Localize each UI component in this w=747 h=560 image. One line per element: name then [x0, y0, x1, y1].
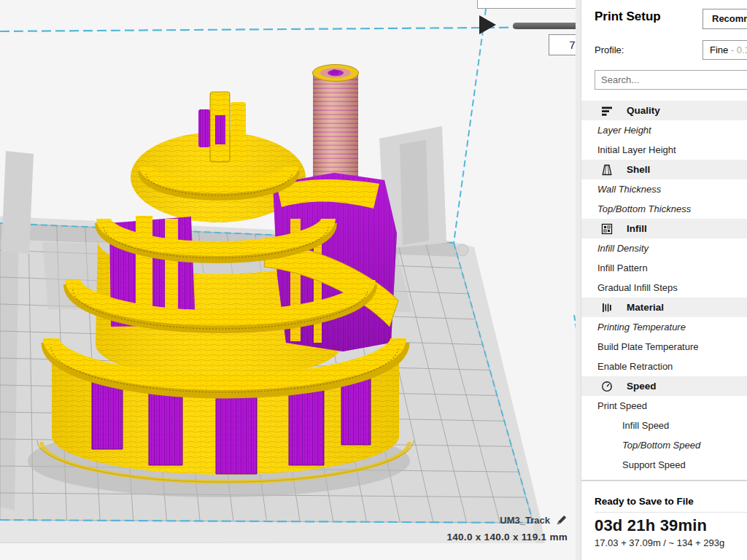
speed-icon [601, 381, 613, 392]
setting-build-plate-temperature[interactable]: Build Plate Temperature [581, 337, 747, 357]
search-input[interactable] [595, 70, 747, 90]
settings-category-material[interactable]: Material [581, 298, 747, 317]
category-label: Shell [627, 164, 650, 175]
plate-clip [457, 244, 468, 256]
setting-print-speed[interactable]: Print Speed [581, 396, 747, 416]
status-text: Ready to Save to File [595, 496, 694, 507]
shell-icon [601, 164, 613, 176]
setting-top-bottom-speed[interactable]: Top/Bottom Speed [581, 435, 747, 455]
setting-gradual-infill-steps[interactable]: Gradual Infill Steps [581, 278, 747, 298]
model-dimensions: 140.0 x 140.0 x 119.1 mm [446, 532, 568, 542]
setting-initial-layer-height[interactable]: Initial Layer Height [581, 140, 747, 160]
setting-printing-temperature[interactable]: Printing Temperature [581, 317, 747, 337]
setting-support-speed[interactable]: Support Speed [581, 455, 747, 475]
layer-view-panel-edge [477, 0, 576, 9]
scene [0, 0, 576, 560]
job-name[interactable]: UM3_Track [500, 515, 550, 526]
support-top [215, 115, 225, 144]
footer-divider [595, 512, 747, 513]
print-setup-panel: Print Setup Recomm Profile: Fine - 0.1 Q… [581, 0, 747, 560]
cura-app: 79 UM3_Track 140.0 x 140.0 x 119.1 mm Pr… [0, 0, 747, 560]
material-usage: 17.03 + 37.09m / ~ 134 + 293g [595, 537, 724, 548]
setting-top-bottom-thickness[interactable]: Top/Bottom Thickness [581, 199, 747, 219]
panel-divider [576, 0, 581, 560]
setting-wall-thickness[interactable]: Wall Thickness [581, 179, 747, 199]
profile-value: Fine [710, 44, 728, 55]
setting-label: Print Speed [597, 400, 647, 411]
setting-label: Layer Height [597, 125, 651, 136]
setting-enable-retraction[interactable]: Enable Retraction [581, 357, 747, 376]
profile-dropdown[interactable]: Fine - 0.1 [703, 40, 747, 60]
setting-label: Infill Speed [622, 420, 669, 431]
setting-label: Top/Bottom Thickness [597, 203, 691, 214]
quality-icon [601, 105, 613, 117]
print-time: 03d 21h 39min [595, 516, 707, 535]
settings-category-infill[interactable]: Infill [581, 219, 747, 238]
setting-label: Gradual Infill Steps [597, 282, 678, 293]
setting-infill-speed[interactable]: Infill Speed [581, 416, 747, 435]
recommended-mode-button[interactable]: Recomm [703, 9, 747, 29]
layer-number-field[interactable]: 79 [549, 34, 576, 55]
setting-layer-height[interactable]: Layer Height [581, 120, 747, 140]
profile-label: Profile: [595, 44, 624, 55]
category-label: Quality [627, 105, 660, 116]
category-label: Speed [627, 381, 657, 392]
pencil-icon[interactable] [555, 514, 568, 526]
footer-separator [581, 480, 747, 481]
setting-label: Support Speed [622, 459, 686, 470]
settings-category-shell[interactable]: Shell [581, 160, 747, 179]
setting-label: Enable Retraction [597, 361, 673, 372]
job-info: UM3_Track 140.0 x 140.0 x 119.1 mm [446, 514, 568, 542]
layer-slider[interactable] [513, 23, 576, 29]
setting-label: Printing Temperature [597, 322, 686, 332]
setting-label: Infill Pattern [597, 262, 648, 273]
material-icon [601, 302, 613, 314]
settings-category-speed[interactable]: Speed [581, 376, 747, 396]
setting-infill-pattern[interactable]: Infill Pattern [581, 258, 747, 278]
setting-label: Top/Bottom Speed [622, 440, 700, 451]
category-label: Infill [627, 223, 647, 234]
setting-infill-density[interactable]: Infill Density [581, 238, 747, 258]
setting-label: Build Plate Temperature [597, 341, 699, 352]
settings-list: QualityLayer HeightInitial Layer HeightS… [581, 101, 747, 475]
3d-viewport[interactable]: 79 UM3_Track 140.0 x 140.0 x 119.1 mm [0, 0, 576, 560]
play-icon[interactable] [479, 15, 496, 34]
setting-label: Infill Density [597, 243, 649, 254]
infill-icon [601, 223, 613, 235]
settings-category-quality[interactable]: Quality [581, 101, 747, 120]
profile-value-suffix: - 0.1 [728, 44, 747, 55]
setting-label: Initial Layer Height [597, 144, 676, 155]
panel-title: Print Setup [595, 9, 661, 24]
setting-label: Wall Thickness [597, 184, 661, 195]
category-label: Material [627, 302, 664, 313]
